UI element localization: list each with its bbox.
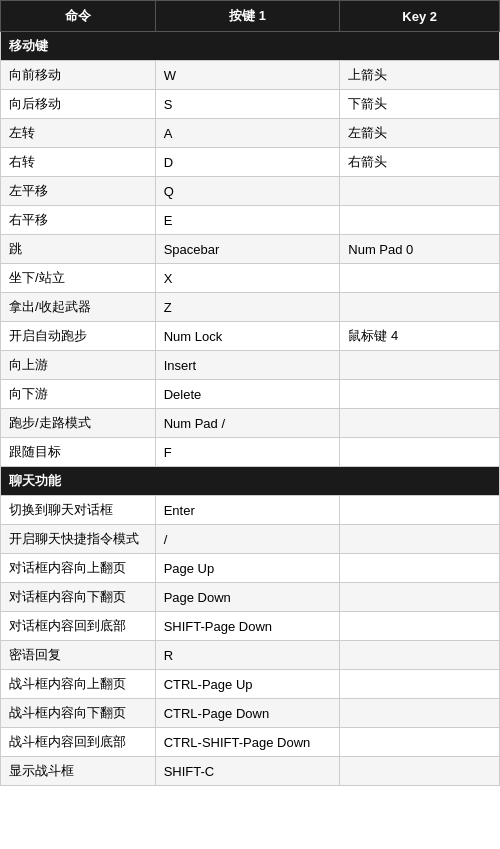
cmd-cell: 对话框内容回到底部 — [1, 612, 156, 641]
cmd-cell: 战斗框内容向上翻页 — [1, 670, 156, 699]
table-row: 跳SpacebarNum Pad 0 — [1, 235, 500, 264]
key2-cell: 右箭头 — [340, 148, 500, 177]
cmd-cell: 右转 — [1, 148, 156, 177]
cmd-cell: 向前移动 — [1, 61, 156, 90]
key1-cell: Num Pad / — [155, 409, 340, 438]
table-row: 战斗框内容向下翻页CTRL-Page Down — [1, 699, 500, 728]
cmd-cell: 开启聊天快捷指令模式 — [1, 525, 156, 554]
table-row: 战斗框内容回到底部CTRL-SHIFT-Page Down — [1, 728, 500, 757]
key1-cell: Enter — [155, 496, 340, 525]
cmd-cell: 开启自动跑步 — [1, 322, 156, 351]
cmd-cell: 跑步/走路模式 — [1, 409, 156, 438]
table-row: 开启自动跑步Num Lock鼠标键 4 — [1, 322, 500, 351]
table-row: 显示战斗框SHIFT-C — [1, 757, 500, 786]
key2-cell — [340, 177, 500, 206]
key2-cell — [340, 206, 500, 235]
header-key2: Key 2 — [340, 1, 500, 32]
key2-cell: 下箭头 — [340, 90, 500, 119]
key1-cell: SHIFT-C — [155, 757, 340, 786]
key1-cell: D — [155, 148, 340, 177]
key1-cell: E — [155, 206, 340, 235]
cmd-cell: 向后移动 — [1, 90, 156, 119]
cmd-cell: 密语回复 — [1, 641, 156, 670]
key2-cell — [340, 380, 500, 409]
table-row: 开启聊天快捷指令模式/ — [1, 525, 500, 554]
key2-cell — [340, 351, 500, 380]
table-row: 拿出/收起武器Z — [1, 293, 500, 322]
cmd-cell: 对话框内容向下翻页 — [1, 583, 156, 612]
key1-cell: CTRL-Page Down — [155, 699, 340, 728]
key2-cell — [340, 699, 500, 728]
cmd-cell: 对话框内容向上翻页 — [1, 554, 156, 583]
key2-cell: 左箭头 — [340, 119, 500, 148]
key1-cell: R — [155, 641, 340, 670]
cmd-cell: 跳 — [1, 235, 156, 264]
table-row: 向后移动S下箭头 — [1, 90, 500, 119]
header-cmd: 命令 — [1, 1, 156, 32]
table-row: 密语回复R — [1, 641, 500, 670]
cmd-cell: 显示战斗框 — [1, 757, 156, 786]
table-row: 对话框内容向上翻页Page Up — [1, 554, 500, 583]
key1-cell: CTRL-Page Up — [155, 670, 340, 699]
cmd-cell: 战斗框内容回到底部 — [1, 728, 156, 757]
key2-cell — [340, 612, 500, 641]
table-row: 跑步/走路模式Num Pad / — [1, 409, 500, 438]
key1-cell: SHIFT-Page Down — [155, 612, 340, 641]
key1-cell: Z — [155, 293, 340, 322]
table-row: 跟随目标F — [1, 438, 500, 467]
key1-cell: F — [155, 438, 340, 467]
key2-cell — [340, 641, 500, 670]
cmd-cell: 向下游 — [1, 380, 156, 409]
header-key1: 按键 1 — [155, 1, 340, 32]
key1-cell: Spacebar — [155, 235, 340, 264]
key2-cell — [340, 728, 500, 757]
table-row: 向下游Delete — [1, 380, 500, 409]
table-row: 对话框内容回到底部SHIFT-Page Down — [1, 612, 500, 641]
section-title-0: 移动键 — [1, 32, 500, 61]
key2-cell — [340, 264, 500, 293]
section-title-1: 聊天功能 — [1, 467, 500, 496]
key2-cell — [340, 583, 500, 612]
key2-cell — [340, 525, 500, 554]
key2-cell: 上箭头 — [340, 61, 500, 90]
table-row: 左转A左箭头 — [1, 119, 500, 148]
cmd-cell: 左转 — [1, 119, 156, 148]
table-row: 切换到聊天对话框Enter — [1, 496, 500, 525]
cmd-cell: 战斗框内容向下翻页 — [1, 699, 156, 728]
key1-cell: Page Up — [155, 554, 340, 583]
key1-cell: S — [155, 90, 340, 119]
table-row: 坐下/站立X — [1, 264, 500, 293]
cmd-cell: 左平移 — [1, 177, 156, 206]
table-row: 向上游Insert — [1, 351, 500, 380]
key1-cell: Insert — [155, 351, 340, 380]
key1-cell: CTRL-SHIFT-Page Down — [155, 728, 340, 757]
key2-cell — [340, 438, 500, 467]
key2-cell: 鼠标键 4 — [340, 322, 500, 351]
table-row: 向前移动W上箭头 — [1, 61, 500, 90]
key1-cell: A — [155, 119, 340, 148]
key2-cell — [340, 670, 500, 699]
key1-cell: Num Lock — [155, 322, 340, 351]
key1-cell: W — [155, 61, 340, 90]
key1-cell: Page Down — [155, 583, 340, 612]
key2-cell — [340, 293, 500, 322]
key2-cell: Num Pad 0 — [340, 235, 500, 264]
key2-cell — [340, 757, 500, 786]
key2-cell — [340, 409, 500, 438]
cmd-cell: 切换到聊天对话框 — [1, 496, 156, 525]
cmd-cell: 向上游 — [1, 351, 156, 380]
table-row: 右转D右箭头 — [1, 148, 500, 177]
section-header-0: 移动键 — [1, 32, 500, 61]
table-row: 右平移E — [1, 206, 500, 235]
key2-cell — [340, 554, 500, 583]
key2-cell — [340, 496, 500, 525]
cmd-cell: 右平移 — [1, 206, 156, 235]
section-header-1: 聊天功能 — [1, 467, 500, 496]
key1-cell: / — [155, 525, 340, 554]
cmd-cell: 拿出/收起武器 — [1, 293, 156, 322]
key1-cell: Q — [155, 177, 340, 206]
key1-cell: X — [155, 264, 340, 293]
key1-cell: Delete — [155, 380, 340, 409]
table-row: 对话框内容向下翻页Page Down — [1, 583, 500, 612]
table-row: 战斗框内容向上翻页CTRL-Page Up — [1, 670, 500, 699]
